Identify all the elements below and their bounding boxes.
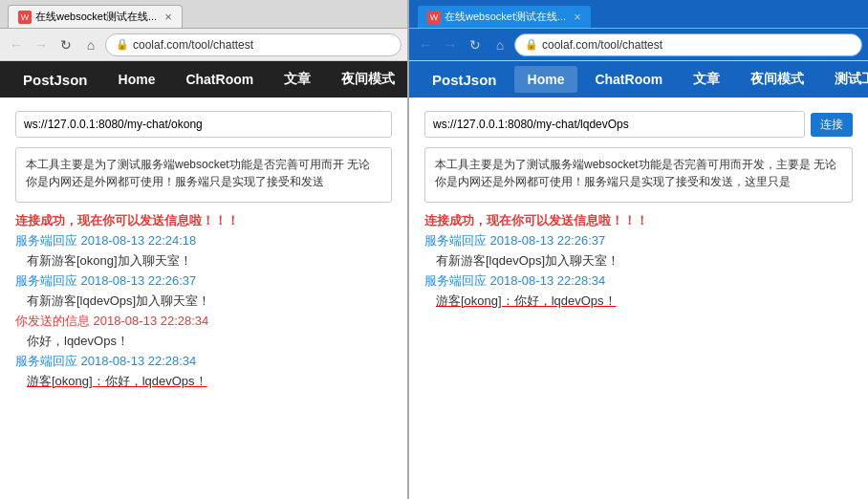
left-msg-7: 服务端回应 2018-08-13 22:28:34 xyxy=(15,353,392,370)
right-nav-article[interactable]: 文章 xyxy=(680,65,733,94)
right-forward-btn[interactable]: → xyxy=(440,34,461,55)
left-content: 本工具主要是为了测试服务端websocket功能是否完善可用而开 无论你是内网还… xyxy=(0,98,407,499)
right-msg-3: 服务端回应 2018-08-13 22:28:34 xyxy=(424,272,853,290)
right-nav-chatroom[interactable]: ChatRoom xyxy=(581,66,676,93)
right-address-bar: ← → ↻ ⌂ 🔒 coolaf.com/tool/chattest xyxy=(409,29,868,61)
left-desc-text: 本工具主要是为了测试服务端websocket功能是否完善可用而开 无论你是内网还… xyxy=(26,158,370,188)
right-ws-row: 连接 xyxy=(424,111,853,138)
left-tab-title: 在线websocket测试在线... xyxy=(35,10,157,24)
right-chat-area: 连接成功，现在你可以发送信息啦！！！ 服务端回应 2018-08-13 22:2… xyxy=(424,212,853,486)
left-msg-4: 有新游客[lqdevOps]加入聊天室！ xyxy=(15,293,392,310)
right-tab-title: 在线websocket测试在线... xyxy=(445,10,566,24)
right-nav-tools[interactable]: 测试工具 xyxy=(821,65,868,94)
right-nav-nightmode[interactable]: 夜间模式 xyxy=(737,65,817,94)
left-tab-close[interactable]: × xyxy=(164,10,172,24)
right-url-text: coolaf.com/tool/chattest xyxy=(542,38,662,52)
left-ws-input[interactable] xyxy=(15,111,392,138)
right-msg-2: 有新游客[lqdevOps]加入聊天室！ xyxy=(424,252,853,270)
right-desc-box: 本工具主要是为了测试服务端websocket功能是否完善可用而开发，主要是 无论… xyxy=(424,147,853,203)
browser-right: W 在线websocket测试在线... × ← → ↻ ⌂ 🔒 coolaf.… xyxy=(409,0,868,499)
right-msg-1: 服务端回应 2018-08-13 22:26:37 xyxy=(424,232,853,250)
right-desc-text: 本工具主要是为了测试服务端websocket功能是否完善可用而开发，主要是 无论… xyxy=(435,158,836,188)
left-ws-row xyxy=(15,111,392,138)
left-msg-0: 连接成功，现在你可以发送信息啦！！！ xyxy=(15,212,392,229)
left-msg-2: 有新游客[okong]加入聊天室！ xyxy=(15,252,392,270)
right-connect-btn[interactable]: 连接 xyxy=(811,113,853,137)
right-msg-4: 游客[okong]：你好，lqdevOps！ xyxy=(424,293,853,310)
left-chat-area: 连接成功，现在你可以发送信息啦！！！ 服务端回应 2018-08-13 22:2… xyxy=(15,212,392,486)
left-desc-box: 本工具主要是为了测试服务端websocket功能是否完善可用而开 无论你是内网还… xyxy=(15,147,392,203)
right-nav-bar: PostJson Home ChatRoom 文章 夜间模式 测试工具 xyxy=(409,61,868,98)
left-msg-8: 游客[okong]：你好，lqdevOps！ xyxy=(15,373,392,390)
left-nav-home[interactable]: Home xyxy=(105,66,169,93)
right-content: 连接 本工具主要是为了测试服务端websocket功能是否完善可用而开发，主要是… xyxy=(409,98,868,499)
right-home-btn[interactable]: ⌂ xyxy=(489,34,510,55)
right-msg-0: 连接成功，现在你可以发送信息啦！！！ xyxy=(424,212,853,229)
right-nav-home[interactable]: Home xyxy=(514,66,578,93)
left-nav-chatroom[interactable]: ChatRoom xyxy=(172,66,267,93)
left-nav-brand[interactable]: PostJson xyxy=(10,66,101,94)
right-tab[interactable]: W 在线websocket测试在线... × xyxy=(417,5,592,28)
left-home-btn[interactable]: ⌂ xyxy=(80,34,101,55)
browser-container: W 在线websocket测试在线... × ← → ↻ ⌂ 🔒 coolaf.… xyxy=(0,0,868,499)
left-nav-bar: PostJson Home ChatRoom 文章 夜间模式 xyxy=(0,61,407,98)
left-msg-6: 你好，lqdevOps！ xyxy=(15,333,392,350)
right-ws-input[interactable] xyxy=(424,111,805,138)
browser-left: W 在线websocket测试在线... × ← → ↻ ⌂ 🔒 coolaf.… xyxy=(0,0,409,499)
left-tab[interactable]: W 在线websocket测试在线... × xyxy=(8,5,183,28)
left-nav-article[interactable]: 文章 xyxy=(271,65,324,94)
right-back-btn[interactable]: ← xyxy=(415,34,436,55)
right-url-box[interactable]: 🔒 coolaf.com/tool/chattest xyxy=(514,33,862,56)
left-address-bar: ← → ↻ ⌂ 🔒 coolaf.com/tool/chattest xyxy=(0,29,407,61)
right-tab-close[interactable]: × xyxy=(574,10,581,24)
left-back-btn[interactable]: ← xyxy=(6,34,27,55)
left-url-text: coolaf.com/tool/chattest xyxy=(133,38,253,52)
left-tab-bar: W 在线websocket测试在线... × xyxy=(0,0,407,29)
right-tab-bar: W 在线websocket测试在线... × xyxy=(409,0,868,29)
left-msg-3: 服务端回应 2018-08-13 22:26:37 xyxy=(15,272,392,290)
left-msg-1: 服务端回应 2018-08-13 22:24:18 xyxy=(15,232,392,250)
left-reload-btn[interactable]: ↻ xyxy=(55,34,76,55)
right-tab-favicon: W xyxy=(427,11,441,24)
right-reload-btn[interactable]: ↻ xyxy=(465,34,486,55)
left-url-box[interactable]: 🔒 coolaf.com/tool/chattest xyxy=(105,33,401,56)
right-nav-brand[interactable]: PostJson xyxy=(419,66,510,94)
left-nav-nightmode[interactable]: 夜间模式 xyxy=(328,65,408,94)
right-lock-icon: 🔒 xyxy=(525,38,538,51)
left-msg-5: 你发送的信息 2018-08-13 22:28:34 xyxy=(15,313,392,330)
left-forward-btn[interactable]: → xyxy=(31,34,52,55)
left-lock-icon: 🔒 xyxy=(116,38,129,51)
left-tab-favicon: W xyxy=(18,11,32,24)
